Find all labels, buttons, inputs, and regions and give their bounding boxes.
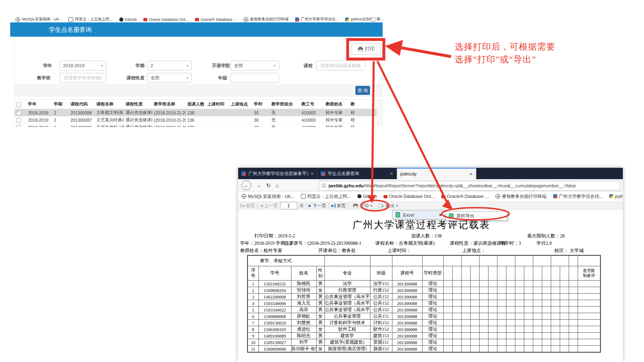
bookmark-item[interactable]: 广州大学教学综合信... [553, 193, 603, 200]
scroll-up-icon[interactable]: ⌃ [379, 99, 381, 102]
cell-hour-type: 理论 [422, 313, 443, 320]
home-button[interactable]: ⌂ [276, 182, 279, 189]
col-year[interactable]: 学年 [26, 100, 53, 109]
empty-cell [551, 300, 560, 307]
bookmark-item[interactable]: 广州大学教学综合信... [295, 17, 339, 22]
browser-tab[interactable]: 广州大学教学综合信息服务平台 ✕ [238, 168, 318, 179]
excel-submenu: 原样导出 [445, 211, 507, 221]
col-class-name[interactable]: 教学班名称 [152, 100, 186, 109]
bookmark-item[interactable]: 阿里云 - 上云就上阿... [301, 193, 351, 200]
browser-tab[interactable]: jsdmcdy ✕ [397, 168, 476, 179]
empty-cell [569, 346, 578, 353]
report-header-row: 序 号 学号 姓名 性 别 专业 班级 课程号 学时类型 [248, 266, 600, 281]
cell-clipped: 校 [349, 116, 377, 124]
course-input[interactable] [320, 63, 362, 68]
menu-item-export-as-is[interactable]: 原样导出 [446, 212, 507, 220]
cell-course-code: 201300088 [69, 109, 95, 116]
col-term[interactable]: 学期 [52, 100, 69, 109]
bookmark-item[interactable]: python识别中文人名... [609, 193, 623, 200]
empty-cell [542, 266, 551, 281]
college-select[interactable]: 全部 ▾ [230, 61, 279, 70]
col-course-name[interactable]: 课程名称 [95, 100, 124, 109]
year-select[interactable]: 2018-2019 ▾ [59, 61, 106, 70]
col-clipped[interactable]: 教 [349, 100, 377, 109]
select-all-checkbox[interactable] [16, 102, 21, 107]
prev-page-button[interactable]: ◀ 上一页 [260, 203, 278, 209]
empty-cell [506, 307, 515, 313]
term-select[interactable]: 2 ▾ [147, 61, 192, 70]
reload-button[interactable]: ↻ [266, 182, 271, 189]
bookmark-favicon-icon [243, 17, 248, 22]
row-checkbox[interactable] [16, 110, 21, 115]
site-info-icon[interactable]: ⓘ [322, 183, 326, 189]
empty-cell [569, 313, 578, 320]
next-page-button[interactable]: ▶ 下一页 [309, 203, 326, 209]
col-class-time[interactable]: 上课时间 [206, 100, 229, 109]
student-row: 10 1509130027 刘平 男 建筑学(景观建筑) 景观151 20130… [248, 339, 600, 346]
bookmark-label: Oracle® Database ... [447, 194, 489, 199]
course-row[interactable]: 2018-2019 2 201300088 古希腊文明(慕课 通识类选修课程 (… [15, 109, 377, 116]
bookmark-label: Oracle Database Onl... [149, 17, 188, 22]
empty-cell [533, 281, 542, 287]
col-hours[interactable]: 学时 [252, 100, 270, 109]
cell-class-name: (2018-2019-2)-201 [152, 124, 186, 127]
cell-seq: 7 [248, 320, 258, 326]
bookmark-item[interactable]: MySQL安装指南 - Ub... [241, 193, 294, 200]
empty-cell [569, 339, 578, 346]
row-checkbox[interactable] [16, 125, 21, 127]
col-class-combo[interactable]: 教学班组合 [270, 100, 300, 109]
empty-cell [560, 281, 569, 287]
course-row[interactable]: 2018-2019 2 201300087 文艺复兴经典名 通识类选修课程 (2… [15, 116, 377, 124]
bookmark-item[interactable]: GitHub [357, 194, 377, 199]
first-page-button[interactable]: ◀ 首页 [241, 203, 255, 209]
window2-bookmarks-bar: MySQL安装指南 - Ub... 阿里云 - 上云就上阿... GitHub … [241, 191, 623, 201]
col-course-nature[interactable]: 课程性质 [124, 100, 152, 109]
bookmark-item[interactable]: MySQL安装指南 - Ub... [15, 17, 62, 22]
col-enrolled[interactable]: 选课人数 [186, 100, 206, 109]
bookmark-item[interactable]: python识别中文人名... [345, 17, 374, 22]
empty-cell [461, 281, 470, 287]
bookmarks-overflow[interactable]: 移... [371, 17, 383, 22]
bookmark-item[interactable]: 睿智教务自助打印终端 [495, 193, 547, 200]
bookmark-item[interactable]: 睿智教务自助打印终端 [243, 17, 289, 22]
back-button[interactable]: ← [241, 180, 251, 190]
forward-button[interactable]: → [256, 182, 261, 189]
menu-item-excel[interactable]: Excel ▶ [392, 211, 445, 219]
url-bar[interactable]: ⓘ jwxtbb.gzhu.edu/WebReport/ReportServer… [319, 181, 620, 191]
last-page-button[interactable]: ▶ 末页 [331, 203, 346, 209]
class-input[interactable] [63, 75, 103, 81]
nature-select[interactable]: 全部 ▾ [147, 73, 192, 83]
bookmark-item[interactable]: Oracle Database Onl... [383, 194, 435, 199]
col-class-place[interactable]: 上课地点 [229, 100, 252, 109]
row-checkbox[interactable] [16, 118, 21, 123]
empty-cell [551, 287, 560, 294]
empty-cell [524, 313, 533, 320]
chevron-down-icon: ▾ [101, 64, 103, 68]
empty-cell [560, 307, 569, 313]
bookmark-item[interactable]: Oracle® Database ... [441, 194, 489, 199]
cell-course-code: 201300089 [69, 124, 95, 127]
col-course-code[interactable]: 课程代码 [69, 100, 95, 109]
col-teacher-id[interactable]: 教工号 [300, 100, 324, 109]
grade-input[interactable] [234, 75, 276, 81]
query-button[interactable]: 查 询 [355, 86, 370, 95]
bookmark-item[interactable]: GitHub [119, 17, 137, 22]
bookmarks-overflow-label: 移... [377, 17, 383, 22]
page-number-input[interactable] [280, 202, 297, 209]
bookmark-item[interactable]: Oracle® Database ... [195, 17, 237, 22]
course-row[interactable]: 2018-2019 2 201300089 在历史坐标上解 通识类选修课程 (2… [15, 124, 377, 127]
vertical-scrollbar[interactable]: ⌃ [377, 99, 382, 127]
toolbar-print-button[interactable]: 打印 ▾ [351, 202, 374, 209]
toolbar-divider [257, 203, 258, 208]
bookmark-item[interactable]: 阿里云 - 上云就上阿... [68, 17, 112, 22]
empty-cell [443, 346, 452, 353]
browser-tab[interactable]: 学生点名册查询 ✕ [318, 168, 397, 179]
col-teacher-name[interactable]: 教师姓名 [324, 100, 349, 109]
print-button[interactable]: 打印 [351, 43, 381, 55]
tab-close-icon[interactable]: ✕ [390, 171, 393, 176]
new-tab-button[interactable]: + [469, 168, 481, 179]
bookmark-item[interactable]: Oracle Database Onl... [143, 17, 188, 22]
empty-cell [470, 313, 479, 320]
toolbar-output-button[interactable]: 输出 ▾ [377, 202, 400, 209]
tab-close-icon[interactable]: ✕ [311, 171, 314, 176]
